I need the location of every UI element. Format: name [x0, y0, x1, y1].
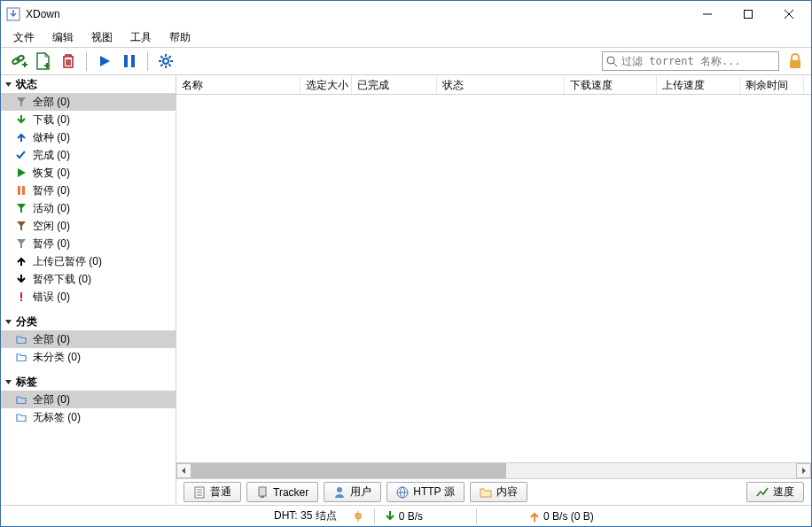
menu-edit[interactable]: 编辑	[43, 28, 82, 47]
svg-rect-2	[745, 11, 753, 19]
sidebar-item-label: 恢复 (0)	[33, 166, 70, 181]
add-link-button[interactable]	[6, 49, 31, 74]
detail-tabs: 普通 Tracker 用户 HTTP 源 内容	[176, 478, 811, 505]
sidebar-group-header[interactable]: 分类	[1, 313, 176, 330]
search-box[interactable]	[602, 51, 779, 71]
minimize-button[interactable]	[687, 1, 728, 27]
tab-general-label: 普通	[210, 484, 231, 500]
sidebar-item-label: 暂停 (0)	[33, 183, 70, 198]
sidebar-group-title: 分类	[16, 314, 37, 329]
chevron-down-icon	[4, 81, 12, 89]
menu-file[interactable]: 文件	[4, 28, 43, 47]
tab-content[interactable]: 内容	[470, 482, 527, 502]
tab-tracker[interactable]: Tracker	[246, 482, 318, 502]
sidebar-item[interactable]: 活动 (0)	[1, 199, 176, 217]
svg-rect-29	[18, 186, 20, 195]
sidebar-item-label: 上传已暂停 (0)	[33, 254, 102, 269]
sidebar-item[interactable]: 空闲 (0)	[1, 217, 176, 235]
horizontal-scrollbar[interactable]	[176, 462, 811, 478]
tracker-icon	[256, 486, 269, 499]
tab-content-label: 内容	[496, 484, 518, 500]
status-dht: DHT: 35 结点	[274, 508, 337, 523]
check-blue-icon	[15, 150, 27, 160]
column-header[interactable]: 状态	[437, 75, 565, 94]
sidebar-item-label: 暂停下载 (0)	[33, 272, 91, 287]
tab-speed[interactable]: 速度	[746, 482, 804, 502]
sidebar-group-header[interactable]: 标签	[1, 373, 176, 391]
sidebar-item-label: 做种 (0)	[33, 130, 70, 145]
sidebar-item[interactable]: 全部 (0)	[1, 330, 176, 348]
column-header[interactable]: 上传速度	[657, 75, 740, 94]
sidebar-item[interactable]: 全部 (0)	[1, 93, 176, 111]
toolbar	[1, 47, 811, 75]
plug-icon	[353, 510, 363, 523]
sidebar-item[interactable]: 完成 (0)	[1, 146, 176, 164]
tab-general[interactable]: 普通	[183, 482, 241, 502]
column-header[interactable]: 已完成	[352, 75, 437, 94]
search-input[interactable]	[621, 55, 775, 67]
lock-button[interactable]	[785, 53, 806, 69]
search-icon	[606, 56, 618, 67]
sidebar-item[interactable]: 恢复 (0)	[1, 164, 176, 182]
status-download-label: 0 B/s	[399, 510, 423, 523]
tab-speed-label: 速度	[773, 484, 794, 500]
scroll-thumb[interactable]	[191, 463, 506, 478]
main-panel: 名称选定大小已完成状态下载速度上传速度剩余时间 普通 Tracker 用户	[176, 75, 811, 505]
pause-button[interactable]	[117, 49, 142, 74]
tab-http[interactable]: HTTP 源	[386, 482, 464, 502]
sidebar-item[interactable]: 未分类 (0)	[1, 348, 176, 366]
sidebar-item[interactable]: 做种 (0)	[1, 128, 176, 146]
svg-point-6	[16, 55, 24, 62]
close-button[interactable]	[769, 1, 809, 27]
maximize-button[interactable]	[728, 1, 769, 27]
table-body	[176, 95, 811, 462]
column-header[interactable]: 选定大小	[301, 75, 352, 94]
sidebar-item-label: 无标签 (0)	[33, 410, 81, 425]
svg-rect-45	[261, 496, 264, 498]
tab-http-label: HTTP 源	[413, 484, 454, 500]
sidebar-item[interactable]: 暂停 (0)	[1, 182, 176, 199]
sidebar-group-header[interactable]: 状态	[1, 75, 176, 93]
sidebar-item[interactable]: 错误 (0)	[1, 288, 176, 306]
sidebar-item[interactable]: 下载 (0)	[1, 111, 176, 128]
chart-icon	[756, 486, 769, 499]
down-arrow-icon	[386, 511, 394, 522]
tab-user[interactable]: 用户	[324, 482, 381, 502]
status-dht-label: DHT: 35 结点	[274, 508, 337, 523]
menu-tools[interactable]: 工具	[121, 28, 160, 47]
svg-rect-12	[124, 55, 128, 67]
bang-red-icon	[15, 291, 27, 302]
sidebar-item[interactable]: 暂停下载 (0)	[1, 270, 176, 288]
add-file-button[interactable]	[31, 49, 56, 74]
scroll-left-button[interactable]	[176, 463, 191, 478]
menu-help[interactable]: 帮助	[160, 28, 199, 47]
sidebar-item-label: 未分类 (0)	[33, 350, 81, 365]
scroll-right-button[interactable]	[796, 463, 811, 478]
down-black-icon	[15, 274, 27, 284]
sidebar-item-label: 全部 (0)	[33, 95, 70, 110]
sidebar-item-label: 全部 (0)	[33, 392, 70, 407]
column-header[interactable]: 名称	[176, 75, 301, 94]
svg-marker-31	[17, 204, 26, 213]
column-header[interactable]: 剩余时间	[740, 75, 804, 94]
delete-button[interactable]	[56, 49, 81, 74]
column-header[interactable]: 下载速度	[565, 75, 657, 94]
svg-marker-39	[802, 468, 806, 474]
svg-point-46	[337, 487, 342, 492]
sidebar-item[interactable]: 无标签 (0)	[1, 408, 176, 426]
sidebar-item[interactable]: 暂停 (0)	[1, 235, 176, 252]
globe-icon	[396, 486, 409, 499]
sidebar-item[interactable]: 上传已暂停 (0)	[1, 252, 176, 270]
svg-line-21	[169, 56, 171, 58]
resume-button[interactable]	[92, 49, 117, 74]
up-arrow-icon	[530, 511, 539, 522]
filter-brown-icon	[15, 221, 27, 231]
sidebar-item-label: 空闲 (0)	[33, 219, 70, 234]
sidebar-item[interactable]: 全部 (0)	[1, 391, 176, 408]
toolbar-separator	[86, 51, 87, 71]
menu-view[interactable]: 视图	[82, 28, 121, 47]
window-title: XDown	[26, 8, 687, 20]
svg-marker-33	[17, 239, 26, 248]
filter-green-icon	[15, 203, 27, 213]
settings-button[interactable]	[153, 49, 178, 74]
